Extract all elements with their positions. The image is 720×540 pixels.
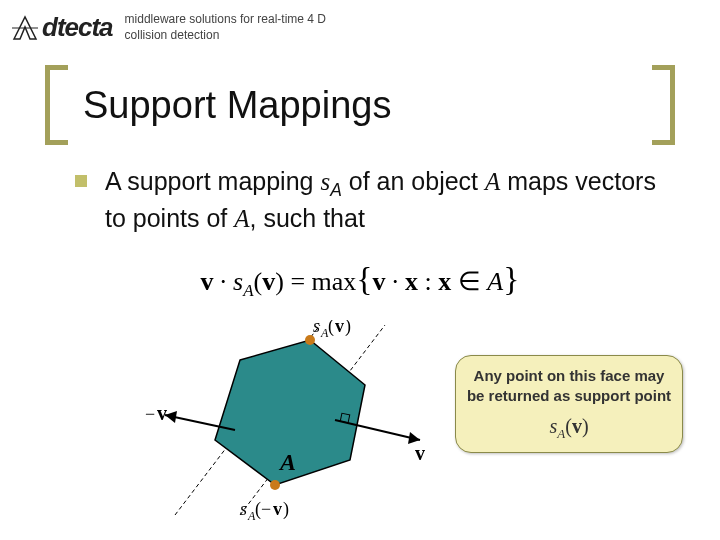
svg-text:(: ( <box>328 320 334 337</box>
svg-text:A: A <box>278 449 296 475</box>
tagline: middleware solutions for real-time 4 D c… <box>125 12 345 43</box>
svg-text:v: v <box>335 320 344 336</box>
svg-text:(−: (− <box>255 499 271 520</box>
support-figure: s A ( v ) v − v A s A (− v ) <box>145 320 445 520</box>
svg-text:): ) <box>345 320 351 337</box>
callout-math: sA(v) <box>464 413 674 443</box>
svg-text:v: v <box>157 402 167 424</box>
logo-text: dtecta <box>42 12 113 43</box>
svg-point-6 <box>270 480 280 490</box>
callout-text: Any point on this face may be returned a… <box>464 366 674 407</box>
bullet-mid: of an object <box>342 167 485 195</box>
bullet-icon <box>75 175 87 187</box>
bullet-obj: A <box>485 168 500 195</box>
svg-text:v: v <box>273 499 282 519</box>
bullet-item: A support mapping sA of an object A maps… <box>75 165 680 235</box>
bullet-text: A support mapping sA of an object A maps… <box>105 165 680 235</box>
bullet-sub: A <box>330 180 342 200</box>
bullet-pre: A support mapping <box>105 167 320 195</box>
svg-text:v: v <box>415 442 425 464</box>
svg-text:s: s <box>240 499 247 519</box>
bullet-sym: s <box>320 168 330 195</box>
svg-text:): ) <box>283 499 289 520</box>
callout: Any point on this face may be returned a… <box>455 355 683 453</box>
title-row: Support Mappings <box>45 65 675 145</box>
header: dtecta middleware solutions for real-tim… <box>10 12 710 43</box>
equation: v · sA(v) = max{v · x : x ∈ A} <box>0 260 720 301</box>
page-title: Support Mappings <box>68 84 652 127</box>
bracket-left-icon <box>45 65 68 145</box>
logo-icon <box>10 13 40 43</box>
body: A support mapping sA of an object A maps… <box>75 165 680 235</box>
bracket-right-icon <box>652 65 675 145</box>
bullet-tail: , such that <box>250 204 365 232</box>
svg-text:s: s <box>313 320 320 336</box>
svg-text:−: − <box>145 404 155 424</box>
logo: dtecta <box>10 12 113 43</box>
bullet-obj2: A <box>234 205 249 232</box>
svg-point-5 <box>305 335 315 345</box>
